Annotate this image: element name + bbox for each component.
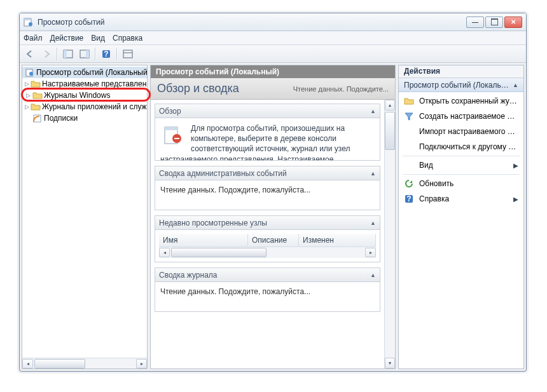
maximize-button[interactable]: [485, 17, 503, 28]
app-icon: [24, 17, 34, 27]
svg-point-2: [29, 22, 32, 26]
forward-button[interactable]: [39, 47, 54, 61]
refresh-icon: [404, 179, 414, 189]
tree-item-custom-views[interactable]: ▷ Настраиваемые представления: [22, 78, 147, 90]
actions-header: Действия: [399, 65, 523, 78]
separator: [95, 48, 96, 60]
tree-item-subscriptions[interactable]: Подписки: [22, 112, 147, 124]
menu-help[interactable]: Справка: [113, 34, 142, 43]
folder-icon: [31, 79, 41, 89]
tree-item-label: Журналы Windows: [44, 91, 110, 100]
detail-subtitle: Обзор и сводка: [157, 82, 286, 95]
detail-header: Просмотр событий (Локальный): [151, 65, 395, 78]
tree-hscrollbar[interactable]: ◂ ▸: [22, 358, 147, 368]
subscriptions-icon: [32, 113, 43, 123]
overview-header[interactable]: Обзор ▲: [155, 104, 380, 118]
folder-open-icon: [404, 96, 414, 106]
col-modified[interactable]: Изменен: [299, 234, 376, 247]
blank-icon: [404, 126, 414, 137]
recent-table-header: Имя Описание Изменен: [159, 234, 376, 247]
col-desc[interactable]: Описание: [248, 234, 299, 247]
tree-item-label: Настраиваемые представления: [42, 79, 147, 88]
folder-icon: [31, 102, 41, 112]
submenu-arrow-icon: ▶: [513, 196, 518, 203]
tree-pane: Просмотр событий (Локальный) ▷ Настраива…: [22, 65, 148, 369]
event-log-icon: [163, 125, 183, 145]
separator: [57, 48, 58, 60]
detail-pane: Просмотр событий (Локальный) Обзор и сво…: [150, 65, 396, 369]
overview-text: Для просмотра событий, произошедших на к…: [160, 124, 350, 160]
separator: [403, 156, 520, 156]
menubar: Файл Действие Вид Справка: [20, 31, 526, 45]
overview-group: Обзор ▲ Для просмотра событий, произошед…: [155, 104, 380, 161]
back-button[interactable]: [22, 47, 38, 61]
collapse-icon: ▲: [370, 170, 376, 177]
window-title: Просмотр событий: [38, 18, 466, 27]
filter-icon: [404, 111, 414, 121]
loading-text: Чтение данных. Подождите, пожалуйста...: [160, 287, 310, 296]
blank-icon: [404, 160, 414, 170]
action-import-custom-view[interactable]: Импорт настраиваемого представления...: [399, 124, 523, 139]
action-connect-computer[interactable]: Подключиться к другому компьютеру...: [399, 139, 523, 154]
blank-icon: [404, 142, 414, 152]
recent-hscrollbar[interactable]: ◂ ▸: [159, 247, 376, 258]
titlebar: Просмотр событий — ✕: [20, 13, 526, 31]
window-buttons: — ✕: [466, 17, 522, 28]
tree-item-windows-logs[interactable]: ▷ Журналы Windows: [22, 90, 147, 101]
admin-summary-group: Сводка административных событий ▲ Чтение…: [155, 166, 380, 210]
svg-rect-6: [86, 50, 89, 58]
svg-text:?: ?: [406, 194, 411, 203]
expand-icon[interactable]: ▷: [25, 81, 29, 87]
svg-rect-9: [123, 50, 132, 58]
log-summary-header[interactable]: Сводка журнала ▲: [155, 268, 380, 282]
spacer: [25, 115, 31, 121]
tree-item-label: Подписки: [44, 114, 78, 123]
collapse-icon: ▲: [370, 220, 376, 226]
tree-item-label: Журналы приложений и служб: [42, 102, 147, 111]
log-summary-group: Сводка журнала ▲ Чтение данных. Подождит…: [155, 267, 380, 312]
action-refresh[interactable]: Обновить: [399, 176, 523, 191]
submenu-arrow-icon: ▶: [513, 162, 518, 169]
help-button[interactable]: ?: [99, 47, 114, 61]
minimize-button[interactable]: —: [466, 17, 484, 28]
menu-file[interactable]: Файл: [24, 34, 43, 43]
help-icon: ?: [404, 194, 414, 204]
svg-rect-17: [174, 138, 179, 139]
action-help-submenu[interactable]: ? Справка ▶: [399, 191, 523, 206]
tree-root[interactable]: Просмотр событий (Локальный): [22, 67, 147, 78]
action-open-saved-log[interactable]: Открыть сохраненный журнал...: [399, 93, 523, 109]
detail-vscrollbar[interactable]: ▴ ▾: [384, 100, 395, 368]
collapse-icon: ▲: [370, 108, 376, 114]
actions-context[interactable]: Просмотр событий (Локальный) ▲: [399, 78, 523, 92]
recent-nodes-header[interactable]: Недавно просмотренные узлы ▲: [155, 216, 380, 230]
expand-icon[interactable]: ▷: [25, 104, 29, 110]
show-hide-tree-button[interactable]: [60, 47, 76, 61]
tree-item-app-logs[interactable]: ▷ Журналы приложений и служб: [22, 101, 147, 112]
action-pane-button[interactable]: [120, 47, 135, 61]
action-create-custom-view[interactable]: Создать настраиваемое представление...: [399, 109, 523, 124]
collapse-icon: ▲: [370, 272, 376, 278]
event-viewer-icon: [25, 67, 35, 78]
detail-subheader: Обзор и сводка Чтение данных. Подождите.…: [151, 78, 395, 100]
separator: [403, 174, 520, 175]
folder-icon: [32, 90, 43, 100]
close-button[interactable]: ✕: [504, 17, 522, 28]
collapse-icon: ▲: [513, 82, 518, 88]
loading-text: Чтение данных. Подождите, пожалуйста...: [160, 186, 310, 194]
menu-view[interactable]: Вид: [91, 34, 105, 43]
svg-rect-1: [24, 18, 31, 20]
svg-rect-15: [165, 127, 177, 130]
svg-point-12: [29, 72, 33, 76]
col-name[interactable]: Имя: [159, 234, 248, 247]
recent-nodes-group: Недавно просмотренные узлы ▲ Имя Описани…: [155, 215, 380, 262]
tree-root-label: Просмотр событий (Локальный): [36, 68, 147, 77]
menu-action[interactable]: Действие: [50, 34, 84, 43]
detail-status: Чтение данных. Подождите...: [293, 85, 389, 93]
properties-button[interactable]: [77, 47, 92, 61]
separator: [116, 48, 118, 60]
actions-pane: Действия Просмотр событий (Локальный) ▲ …: [398, 65, 524, 369]
action-view-submenu[interactable]: Вид ▶: [399, 158, 523, 173]
admin-summary-header[interactable]: Сводка административных событий ▲: [155, 166, 380, 180]
expand-icon[interactable]: ▷: [25, 92, 31, 98]
svg-text:?: ?: [104, 50, 108, 58]
